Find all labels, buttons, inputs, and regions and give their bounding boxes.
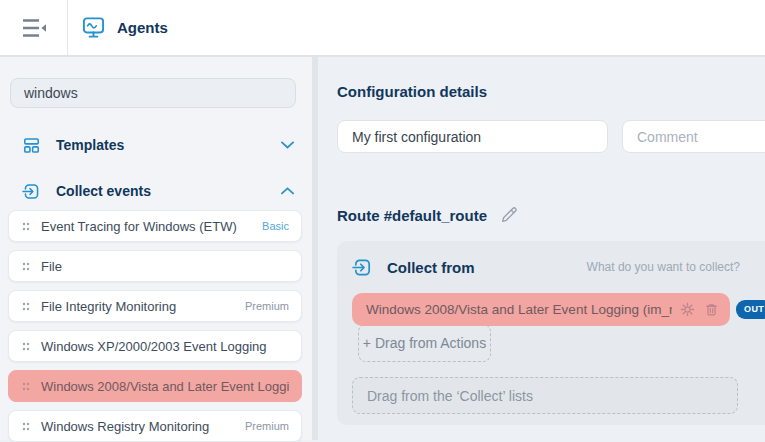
module-item-label: File (41, 259, 289, 274)
module-item-windows-registry[interactable]: Windows Registry Monitoring Premium (8, 410, 302, 442)
comment-input[interactable] (622, 120, 765, 153)
arrow-into-box-icon (352, 257, 373, 278)
app-header: Agents (0, 0, 765, 57)
route-module-label: Windows 2008/Vista and Later Event Loggi… (366, 302, 672, 317)
agents-monitor-pulse-icon (81, 15, 106, 40)
drag-handle-icon (22, 382, 30, 391)
tier-badge: Basic (262, 220, 289, 232)
route-module-windows-2008-logging[interactable]: Windows 2008/Vista and Later Event Loggi… (352, 293, 730, 326)
trash-icon[interactable] (703, 301, 720, 318)
module-item-label: Event Tracing for Windows (ETW) (41, 219, 256, 234)
edit-route-pencil-icon[interactable] (500, 206, 518, 224)
tier-badge: Premium (245, 300, 289, 312)
chevron-up-icon[interactable] (281, 187, 294, 195)
collect-hint-text: What do you want to collect? (587, 260, 740, 274)
section-label-templates: Templates (56, 137, 281, 153)
route-title: Route #default_route (337, 207, 487, 224)
collect-from-panel: Collect from What do you want to collect… (337, 241, 765, 425)
module-item-label: File Integrity Monitoring (41, 299, 239, 314)
arrow-into-box-icon (22, 182, 41, 201)
module-item-label: Windows 2008/Vista and Later Event Loggi… (41, 379, 289, 394)
out-direction-badge: OUT (736, 300, 765, 319)
module-search-input[interactable] (10, 78, 296, 108)
chevron-down-icon[interactable] (281, 141, 294, 149)
configuration-name-input[interactable] (337, 120, 608, 153)
modules-sidebar: Templates Collect events Event Tracing (0, 57, 318, 440)
collect-dropzone-label: Drag from the ‘Collect’ lists (367, 388, 533, 404)
drag-from-actions-dropzone[interactable]: + Drag from Actions (358, 324, 491, 362)
module-item-label: Windows XP/2000/2003 Event Logging (41, 339, 289, 354)
sidebar-scrollbar[interactable] (312, 57, 318, 440)
section-label-collect-events: Collect events (56, 183, 281, 199)
module-item-etw[interactable]: Event Tracing for Windows (ETW) Basic (8, 210, 302, 242)
templates-layout-icon (22, 136, 41, 155)
drag-handle-icon (22, 422, 30, 431)
module-item-label: Windows Registry Monitoring (41, 419, 239, 434)
module-list: Event Tracing for Windows (ETW) Basic Fi… (0, 210, 318, 442)
drag-from-actions-label: + Drag from Actions (363, 335, 486, 351)
tier-badge: Premium (245, 420, 289, 432)
drag-handle-icon (22, 342, 30, 351)
sidebar-section-templates[interactable]: Templates (10, 131, 296, 159)
module-item-file[interactable]: File (8, 250, 302, 282)
collapse-menu-button[interactable] (0, 0, 68, 55)
module-item-windows-2008-logging[interactable]: Windows 2008/Vista and Later Event Loggi… (8, 370, 302, 402)
configuration-main: Configuration details Route #default_rou… (318, 57, 765, 440)
drag-handle-icon (22, 262, 30, 271)
module-item-file-integrity[interactable]: File Integrity Monitoring Premium (8, 290, 302, 322)
sidebar-section-collect-events[interactable]: Collect events (10, 177, 296, 205)
collect-from-title: Collect from (387, 259, 587, 276)
configuration-details-title: Configuration details (337, 83, 765, 100)
app-title: Agents (68, 0, 168, 55)
collect-lists-dropzone[interactable]: Drag from the ‘Collect’ lists (352, 377, 738, 414)
collapse-menu-icon (21, 18, 47, 38)
gear-icon[interactable] (679, 301, 696, 318)
drag-handle-icon (22, 302, 30, 311)
drag-handle-icon (22, 222, 30, 231)
module-item-windows-xp-logging[interactable]: Windows XP/2000/2003 Event Logging (8, 330, 302, 362)
page-title: Agents (117, 19, 168, 36)
